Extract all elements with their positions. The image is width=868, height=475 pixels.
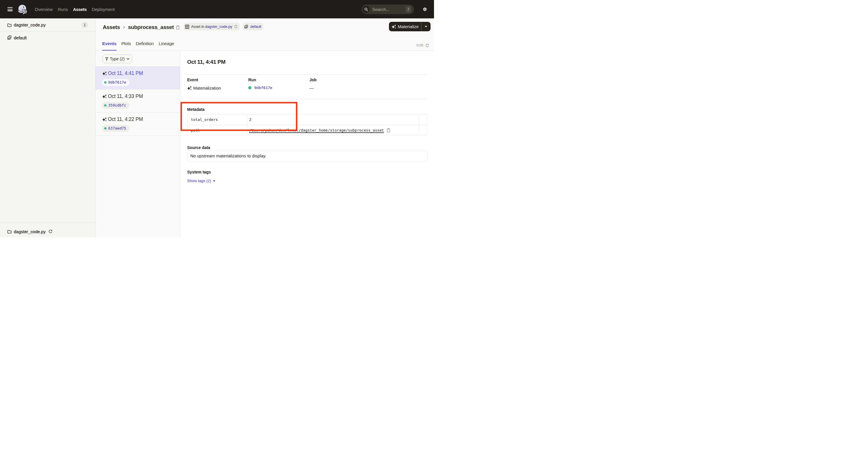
type-filter-button[interactable]: Type (2) [102, 55, 132, 63]
page-header: Assets subprocess_asset Asset in dagster… [96, 19, 434, 51]
primary-nav: Overview Runs Assets Deployment [35, 0, 120, 19]
materialize-label: Materialize [398, 24, 419, 29]
asset-group-icon [244, 25, 248, 29]
sidebar-group-dagster-code[interactable]: dagster_code.py 1 [0, 19, 95, 32]
metadata-path-link[interactable]: /Users/yuhan/dev/local/dagster_home/stor… [249, 128, 384, 132]
asset-definition-tag[interactable]: Asset in dagster_code.py [184, 23, 240, 30]
metadata-row: total_orders 2 [187, 114, 427, 125]
run-id-link[interactable]: 637aed75 [108, 126, 126, 130]
table-icon [185, 25, 189, 29]
run-column-value: 9dbf617e [248, 86, 272, 90]
materialization-icon [187, 86, 192, 90]
nav-item-assets[interactable]: Assets [73, 7, 87, 12]
event-date: Oct 11, 4:41 PM [108, 70, 143, 77]
search-icon [363, 6, 370, 13]
tag-group-link[interactable]: default [250, 24, 261, 29]
tab-definition[interactable]: Definition [136, 41, 154, 51]
sparkle-icon [392, 24, 396, 29]
event-detail-panel: Oct 11, 4:41 PM Event Materialization Ru… [181, 51, 434, 237]
gear-icon[interactable] [423, 7, 427, 11]
event-detail-title: Oct 11, 4:41 PM [187, 59, 225, 65]
event-type-text: Materialization [193, 86, 221, 90]
top-navbar: Overview Runs Assets Deployment Search..… [0, 0, 434, 19]
run-status-dot [104, 104, 106, 107]
materialization-icon [102, 94, 107, 99]
metadata-value-text: 2 [249, 117, 251, 122]
metadata-heading: Metadata [187, 107, 205, 112]
copy-icon[interactable] [386, 128, 391, 132]
divider [187, 99, 427, 99]
run-column-label: Run [248, 78, 256, 82]
nav-item-overview[interactable]: Overview [35, 7, 53, 12]
tag-code-location-link[interactable]: dagster_code.py [205, 24, 232, 29]
breadcrumb: Assets subprocess_asset [103, 23, 180, 32]
source-data-empty-text: No upstream materializations to display. [190, 153, 267, 158]
job-empty-value: — [309, 86, 314, 90]
materialization-icon [102, 71, 107, 76]
metadata-key: total_orders [191, 117, 218, 122]
metadata-table: total_orders 2 path /Users/yuhan/dev/loc… [187, 114, 427, 135]
event-date: Oct 11, 4:33 PM [108, 93, 143, 99]
materialize-button[interactable]: Materialize [389, 22, 431, 31]
event-column-value: Materialization [187, 86, 221, 90]
chevron-right-icon [123, 26, 125, 29]
metadata-value: 2 [249, 117, 251, 122]
nav-item-deployment[interactable]: Deployment [92, 7, 115, 12]
copy-icon[interactable] [176, 25, 180, 30]
search-placeholder: Search... [372, 7, 390, 12]
sidebar: dagster_code.py 1 default dagster_code.p… [0, 19, 96, 237]
sidebar-item-label: default [14, 35, 27, 40]
asset-group-icon [7, 35, 12, 40]
run-id-link[interactable]: 9dbf617e [108, 80, 126, 84]
event-list-item[interactable]: Oct 11, 4:33 PM 359cdbfc [96, 90, 180, 113]
event-list-item[interactable]: Oct 11, 4:22 PM 637aed75 [96, 113, 180, 136]
type-filter-label: Type (2) [110, 57, 125, 61]
sidebar-group-label: dagster_code.py [14, 22, 45, 27]
metadata-row: path /Users/yuhan/dev/local/dagster_home… [187, 125, 427, 135]
run-id-link[interactable]: 359cdbfc [108, 103, 126, 108]
caret-down-icon [213, 180, 215, 182]
show-tags-toggle[interactable]: Show tags (2) [187, 179, 215, 183]
breadcrumb-asset-name: subprocess_asset [128, 24, 174, 30]
run-id-pill[interactable]: 637aed75 [102, 125, 129, 132]
filter-icon [105, 57, 108, 61]
metadata-value: /Users/yuhan/dev/local/dagster_home/stor… [249, 128, 391, 132]
run-id-pill[interactable]: 9dbf617e [102, 79, 129, 86]
refresh-icon[interactable] [234, 25, 238, 28]
tag-prefix: Asset in [191, 24, 204, 29]
run-status-dot [248, 86, 251, 89]
hamburger-menu-icon[interactable] [7, 7, 12, 11]
sidebar-group-badge: 1 [82, 22, 88, 28]
reload-icon[interactable] [49, 230, 53, 234]
breadcrumb-assets[interactable]: Assets [103, 24, 120, 30]
event-list-item[interactable]: Oct 11, 4:41 PM 9dbf617e [96, 67, 180, 90]
sidebar-bottom-label: dagster_code.py [14, 229, 45, 234]
events-filter-row: Type (2) [96, 51, 180, 67]
sidebar-bottom-code-location[interactable]: dagster_code.py [7, 228, 53, 236]
refresh-timer: 0:05 [416, 43, 423, 48]
tab-lineage[interactable]: Lineage [159, 41, 174, 51]
tab-events[interactable]: Events [102, 41, 117, 51]
events-list-panel: Type (2) Oct 11, 4:41 PM 9dbf617e [96, 51, 180, 237]
event-column-label: Event [187, 78, 198, 82]
search-input[interactable]: Search... / [362, 5, 414, 14]
materialization-icon [102, 117, 107, 122]
run-id-link[interactable]: 9dbf617e [254, 86, 272, 90]
source-data-heading: Source data [187, 145, 210, 150]
materialize-dropdown-caret[interactable] [425, 26, 427, 27]
refresh-icon[interactable] [425, 43, 429, 48]
asset-group-tag[interactable]: default [243, 23, 263, 30]
chevron-down-icon [127, 58, 129, 60]
sidebar-bottom-divider [0, 222, 95, 223]
run-id-pill[interactable]: 359cdbfc [102, 102, 129, 109]
nav-item-runs[interactable]: Runs [58, 7, 68, 12]
dagster-logo[interactable] [17, 4, 28, 15]
tab-bar: Events Plots Definition Lineage [102, 41, 179, 51]
tab-plots[interactable]: Plots [121, 41, 131, 51]
job-column-value: — [309, 86, 314, 90]
event-date: Oct 11, 4:22 PM [108, 116, 143, 122]
job-column-label: Job [309, 78, 317, 82]
folder-icon [7, 229, 12, 234]
sidebar-item-default[interactable]: default [7, 33, 27, 42]
folder-icon [7, 23, 12, 27]
